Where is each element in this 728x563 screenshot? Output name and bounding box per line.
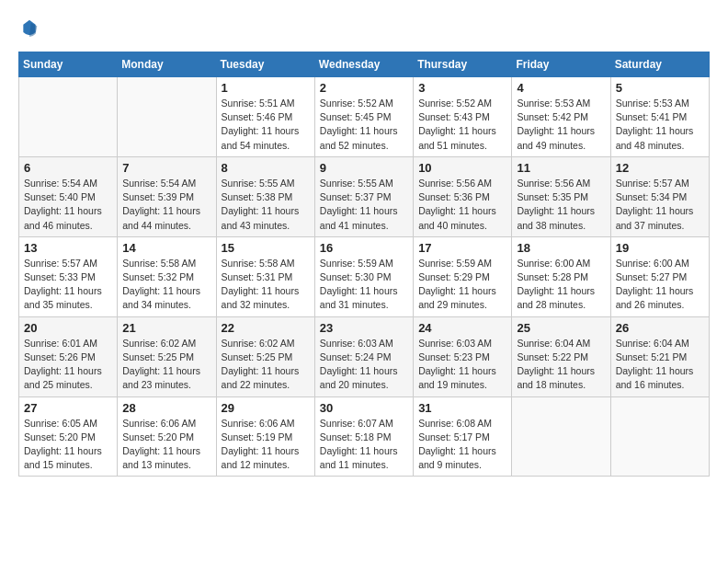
day-info: Sunrise: 5:58 AMSunset: 5:31 PMDaylight:… bbox=[222, 257, 310, 313]
calendar-cell: 8Sunrise: 5:55 AMSunset: 5:38 PMDaylight… bbox=[216, 156, 314, 236]
logo-icon bbox=[20, 18, 39, 37]
header-row: SundayMondayTuesdayWednesdayThursdayFrid… bbox=[19, 52, 710, 77]
day-info: Sunrise: 6:04 AMSunset: 5:22 PMDaylight:… bbox=[517, 337, 605, 393]
day-number: 18 bbox=[517, 241, 605, 255]
day-number: 28 bbox=[122, 401, 210, 415]
calendar-cell: 28Sunrise: 6:06 AMSunset: 5:20 PMDayligh… bbox=[118, 396, 216, 477]
day-number: 25 bbox=[517, 321, 605, 335]
day-info: Sunrise: 5:54 AMSunset: 5:39 PMDaylight:… bbox=[122, 177, 210, 233]
day-number: 7 bbox=[122, 161, 210, 175]
header-day: Thursday bbox=[414, 52, 512, 77]
day-info: Sunrise: 5:52 AMSunset: 5:45 PMDaylight:… bbox=[320, 97, 408, 153]
calendar-cell bbox=[118, 77, 216, 157]
calendar-cell: 6Sunrise: 5:54 AMSunset: 5:40 PMDaylight… bbox=[19, 156, 118, 236]
day-number: 13 bbox=[24, 241, 112, 255]
header-day: Wednesday bbox=[314, 52, 413, 77]
calendar-cell: 15Sunrise: 5:58 AMSunset: 5:31 PMDayligh… bbox=[216, 236, 314, 316]
calendar-cell: 2Sunrise: 5:52 AMSunset: 5:45 PMDaylight… bbox=[314, 77, 413, 157]
day-info: Sunrise: 5:56 AMSunset: 5:36 PMDaylight:… bbox=[418, 177, 506, 233]
calendar-cell: 11Sunrise: 5:56 AMSunset: 5:35 PMDayligh… bbox=[512, 156, 610, 236]
day-number: 21 bbox=[122, 321, 210, 335]
calendar-cell: 16Sunrise: 5:59 AMSunset: 5:30 PMDayligh… bbox=[314, 236, 413, 316]
calendar-cell: 31Sunrise: 6:08 AMSunset: 5:17 PMDayligh… bbox=[414, 396, 512, 477]
day-info: Sunrise: 5:52 AMSunset: 5:43 PMDaylight:… bbox=[418, 97, 506, 153]
day-number: 20 bbox=[24, 321, 112, 335]
day-number: 2 bbox=[320, 81, 408, 95]
day-info: Sunrise: 6:04 AMSunset: 5:21 PMDaylight:… bbox=[616, 337, 704, 393]
day-number: 23 bbox=[320, 321, 408, 335]
calendar-table: SundayMondayTuesdayWednesdayThursdayFrid… bbox=[18, 52, 710, 477]
calendar-cell: 7Sunrise: 5:54 AMSunset: 5:39 PMDaylight… bbox=[118, 156, 216, 236]
header-day: Sunday bbox=[19, 52, 118, 77]
day-number: 10 bbox=[418, 161, 506, 175]
day-info: Sunrise: 6:02 AMSunset: 5:25 PMDaylight:… bbox=[122, 337, 210, 393]
calendar-cell: 19Sunrise: 6:00 AMSunset: 5:27 PMDayligh… bbox=[610, 236, 709, 316]
calendar-cell: 22Sunrise: 6:02 AMSunset: 5:25 PMDayligh… bbox=[216, 316, 314, 396]
day-info: Sunrise: 5:55 AMSunset: 5:38 PMDaylight:… bbox=[222, 177, 310, 233]
calendar-body: 1Sunrise: 5:51 AMSunset: 5:46 PMDaylight… bbox=[19, 77, 710, 477]
day-info: Sunrise: 6:07 AMSunset: 5:18 PMDaylight:… bbox=[320, 417, 408, 473]
calendar-cell: 10Sunrise: 5:56 AMSunset: 5:36 PMDayligh… bbox=[414, 156, 512, 236]
day-number: 9 bbox=[320, 161, 408, 175]
day-number: 14 bbox=[122, 241, 210, 255]
calendar-cell: 25Sunrise: 6:04 AMSunset: 5:22 PMDayligh… bbox=[512, 316, 610, 396]
day-info: Sunrise: 6:00 AMSunset: 5:27 PMDaylight:… bbox=[616, 257, 704, 313]
day-info: Sunrise: 6:02 AMSunset: 5:25 PMDaylight:… bbox=[222, 337, 310, 393]
day-info: Sunrise: 5:58 AMSunset: 5:32 PMDaylight:… bbox=[122, 257, 210, 313]
calendar-cell bbox=[610, 396, 709, 477]
day-info: Sunrise: 6:08 AMSunset: 5:17 PMDaylight:… bbox=[418, 417, 506, 473]
calendar-cell: 18Sunrise: 6:00 AMSunset: 5:28 PMDayligh… bbox=[512, 236, 610, 316]
day-info: Sunrise: 5:54 AMSunset: 5:40 PMDaylight:… bbox=[24, 177, 112, 233]
day-info: Sunrise: 5:57 AMSunset: 5:34 PMDaylight:… bbox=[616, 177, 704, 233]
day-number: 12 bbox=[616, 161, 704, 175]
header-day: Friday bbox=[512, 52, 610, 77]
day-number: 26 bbox=[616, 321, 704, 335]
day-number: 11 bbox=[517, 161, 605, 175]
day-info: Sunrise: 5:59 AMSunset: 5:29 PMDaylight:… bbox=[418, 257, 506, 313]
day-info: Sunrise: 6:00 AMSunset: 5:28 PMDaylight:… bbox=[517, 257, 605, 313]
day-number: 24 bbox=[418, 321, 506, 335]
header-day: Tuesday bbox=[216, 52, 314, 77]
day-number: 22 bbox=[222, 321, 310, 335]
page-header bbox=[18, 18, 710, 37]
calendar-cell: 27Sunrise: 6:05 AMSunset: 5:20 PMDayligh… bbox=[19, 396, 118, 477]
day-number: 5 bbox=[616, 81, 704, 95]
calendar-week-row: 6Sunrise: 5:54 AMSunset: 5:40 PMDaylight… bbox=[19, 156, 710, 236]
day-number: 6 bbox=[24, 161, 112, 175]
calendar-cell bbox=[512, 396, 610, 477]
calendar-cell: 21Sunrise: 6:02 AMSunset: 5:25 PMDayligh… bbox=[118, 316, 216, 396]
day-info: Sunrise: 5:51 AMSunset: 5:46 PMDaylight:… bbox=[222, 97, 310, 153]
day-info: Sunrise: 5:53 AMSunset: 5:41 PMDaylight:… bbox=[616, 97, 704, 153]
day-info: Sunrise: 6:03 AMSunset: 5:23 PMDaylight:… bbox=[418, 337, 506, 393]
calendar-week-row: 27Sunrise: 6:05 AMSunset: 5:20 PMDayligh… bbox=[19, 396, 710, 477]
calendar-cell: 3Sunrise: 5:52 AMSunset: 5:43 PMDaylight… bbox=[414, 77, 512, 157]
day-number: 1 bbox=[222, 81, 310, 95]
day-number: 30 bbox=[320, 401, 408, 415]
day-number: 19 bbox=[616, 241, 704, 255]
day-info: Sunrise: 5:56 AMSunset: 5:35 PMDaylight:… bbox=[517, 177, 605, 233]
calendar-cell: 30Sunrise: 6:07 AMSunset: 5:18 PMDayligh… bbox=[314, 396, 413, 477]
day-number: 27 bbox=[24, 401, 112, 415]
calendar-cell: 20Sunrise: 6:01 AMSunset: 5:26 PMDayligh… bbox=[19, 316, 118, 396]
calendar-week-row: 13Sunrise: 5:57 AMSunset: 5:33 PMDayligh… bbox=[19, 236, 710, 316]
day-info: Sunrise: 6:06 AMSunset: 5:20 PMDaylight:… bbox=[122, 417, 210, 473]
calendar-cell: 9Sunrise: 5:55 AMSunset: 5:37 PMDaylight… bbox=[314, 156, 413, 236]
header-day: Saturday bbox=[610, 52, 709, 77]
day-number: 8 bbox=[222, 161, 310, 175]
day-number: 15 bbox=[222, 241, 310, 255]
day-number: 29 bbox=[222, 401, 310, 415]
calendar-cell: 14Sunrise: 5:58 AMSunset: 5:32 PMDayligh… bbox=[118, 236, 216, 316]
calendar-cell: 29Sunrise: 6:06 AMSunset: 5:19 PMDayligh… bbox=[216, 396, 314, 477]
calendar-cell: 13Sunrise: 5:57 AMSunset: 5:33 PMDayligh… bbox=[19, 236, 118, 316]
day-number: 31 bbox=[418, 401, 506, 415]
day-info: Sunrise: 6:03 AMSunset: 5:24 PMDaylight:… bbox=[320, 337, 408, 393]
day-info: Sunrise: 5:59 AMSunset: 5:30 PMDaylight:… bbox=[320, 257, 408, 313]
calendar-cell: 1Sunrise: 5:51 AMSunset: 5:46 PMDaylight… bbox=[216, 77, 314, 157]
calendar-cell bbox=[19, 77, 118, 157]
calendar-cell: 17Sunrise: 5:59 AMSunset: 5:29 PMDayligh… bbox=[414, 236, 512, 316]
day-info: Sunrise: 5:55 AMSunset: 5:37 PMDaylight:… bbox=[320, 177, 408, 233]
calendar-header: SundayMondayTuesdayWednesdayThursdayFrid… bbox=[19, 52, 710, 77]
day-info: Sunrise: 5:57 AMSunset: 5:33 PMDaylight:… bbox=[24, 257, 112, 313]
day-info: Sunrise: 6:05 AMSunset: 5:20 PMDaylight:… bbox=[24, 417, 112, 473]
calendar-cell: 12Sunrise: 5:57 AMSunset: 5:34 PMDayligh… bbox=[610, 156, 709, 236]
